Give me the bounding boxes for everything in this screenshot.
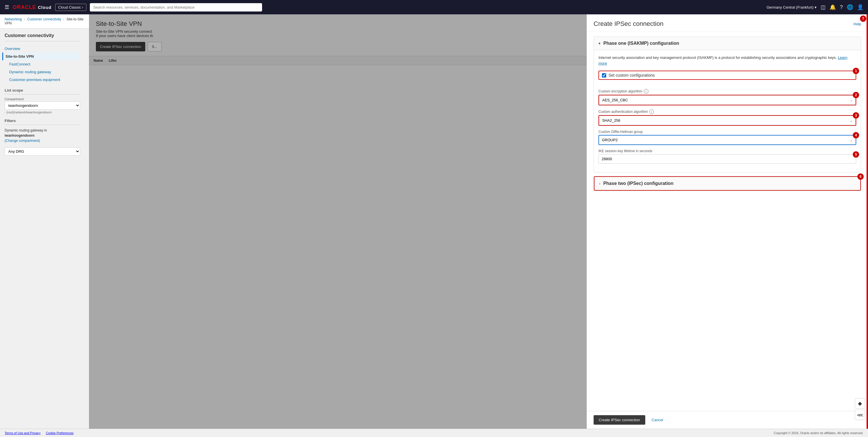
oracle-logo: ORACLE Cloud xyxy=(12,4,52,10)
sidebar-item-dynamic-routing-gateway[interactable]: Dynamic routing gateway xyxy=(5,68,80,76)
dh-field-wrapper: GROUP2 ⌄ 4 xyxy=(598,135,856,145)
encryption-form-group: Custom encryption algorithm i AES_256_CB… xyxy=(598,89,856,105)
bottom-bar: Terms of Use and Privacy Cookie Preferen… xyxy=(0,429,868,437)
dh-select-wrapper: GROUP2 ⌄ xyxy=(599,135,856,145)
left-panel: Networking › Customer connectivity › Sit… xyxy=(0,14,89,429)
sidebar-item-overview[interactable]: Overview xyxy=(5,45,80,53)
breadcrumb-customer-connectivity[interactable]: Customer connectivity xyxy=(27,17,61,21)
content-area: Networking › Customer connectivity › Sit… xyxy=(0,14,868,429)
set-custom-checkbox[interactable] xyxy=(602,73,606,77)
create-ipsec-button[interactable]: Create IPSec connection xyxy=(594,415,645,425)
nav-right: Germany Central (Frankfurt) ▾ ◫ 🔔 ? 🌐 👤 xyxy=(767,4,863,10)
dh-label: Custom Diffie-Hellman group xyxy=(598,130,856,134)
ike-input[interactable] xyxy=(598,154,856,164)
region-selector[interactable]: Germany Central (Frankfurt) ▾ xyxy=(767,5,817,9)
modal-title: Create IPSec connection xyxy=(594,20,663,28)
phase-two-header[interactable]: › Phase two (IPSec) configuration xyxy=(594,177,860,190)
support-grid-icon[interactable]: ⋘ xyxy=(855,410,865,420)
globe-icon[interactable]: 🌐 xyxy=(847,4,853,10)
auth-field-wrapper: SHA2_256 ⌄ 3 xyxy=(598,115,856,126)
auth-select[interactable]: SHA2_256 xyxy=(599,116,856,125)
encryption-info-icon[interactable]: i xyxy=(644,89,648,94)
search-input[interactable] xyxy=(90,3,262,11)
modal-panel: 7 Create IPSec connection Help ▾ Phase o… xyxy=(587,14,868,429)
encryption-select[interactable]: AES_256_CBC xyxy=(599,95,856,105)
filters-title: Filters xyxy=(5,119,80,123)
change-compartment-link[interactable]: (Change compartment) xyxy=(5,139,40,143)
dh-select[interactable]: GROUP2 xyxy=(599,135,856,145)
cookie-link[interactable]: Cookie Preferences xyxy=(46,431,74,435)
phase-two-title: Phase two (IPSec) configuration xyxy=(603,181,673,186)
sidebar-item-fastconnect[interactable]: FastConnect xyxy=(5,60,80,68)
phase-one-title: Phase one (ISAKMP) configuration xyxy=(603,41,679,46)
badge-7: 7 xyxy=(860,15,866,22)
sidebar-item-customer-premises[interactable]: Customer-premises equipment xyxy=(5,76,80,84)
modal-header: Create IPSec connection Help xyxy=(587,14,868,32)
dh-form-group: Custom Diffie-Hellman group GROUP2 xyxy=(598,130,856,145)
phase-one-header[interactable]: ▾ Phase one (ISAKMP) configuration xyxy=(594,37,861,50)
compartment-path: · (root)/network/iwanhoogendoorn xyxy=(5,111,80,114)
ike-form-group: IKE session key lifetime in seconds 5 xyxy=(598,149,856,164)
modal-footer: Create IPSec connection Cancel xyxy=(587,411,868,429)
sidebar-title: Customer connectivity xyxy=(5,33,80,38)
support-icon[interactable]: ◆ xyxy=(855,398,865,409)
modal-body: ▾ Phase one (ISAKMP) configuration Inter… xyxy=(587,32,868,411)
phase-two-annotation: › Phase two (IPSec) configuration xyxy=(594,176,861,191)
menu-icon[interactable]: ☰ xyxy=(5,4,9,10)
cancel-button[interactable]: Cancel xyxy=(649,415,666,425)
badge-4: 4 xyxy=(853,132,859,138)
phase-two-section: › Phase two (IPSec) configuration 6 xyxy=(594,176,861,191)
terms-link[interactable]: Terms of Use and Privacy xyxy=(5,431,40,435)
modal-help-link[interactable]: Help xyxy=(854,22,861,26)
bell-icon[interactable]: 🔔 xyxy=(830,4,836,10)
oracle-text: ORACLE xyxy=(12,4,36,10)
badge-5: 5 xyxy=(853,151,859,158)
filters-divider xyxy=(5,125,80,125)
phase-two-chevron-icon: › xyxy=(599,181,600,186)
compartment-label: Compartment xyxy=(5,97,80,101)
set-custom-label: Set custom configurations xyxy=(609,73,655,77)
phase-one-chevron-icon: ▾ xyxy=(598,41,600,45)
badge-1: 1 xyxy=(853,68,859,74)
user-icon[interactable]: 👤 xyxy=(857,4,863,10)
monitor-icon[interactable]: ◫ xyxy=(820,4,826,10)
badge-6: 6 xyxy=(857,174,864,180)
encryption-label: Custom encryption algorithm i xyxy=(598,89,856,94)
filters-section: Filters Dynamic routing gateway in iwanh… xyxy=(5,119,80,156)
auth-form-group: Custom authentication algorithm i SHA2_2… xyxy=(598,110,856,126)
modal-overlay: 7 Create IPSec connection Help ▾ Phase o… xyxy=(89,14,868,429)
help-icon[interactable]: ? xyxy=(840,4,843,10)
footer-left: Terms of Use and Privacy Cookie Preferen… xyxy=(5,431,73,435)
drg-info: Dynamic routing gateway in iwanhoogendoo… xyxy=(5,128,80,143)
sidebar-nav: Overview Site-to-Site VPN FastConnect Dy… xyxy=(5,45,80,84)
list-scope-title: List scope xyxy=(5,88,80,92)
set-custom-config-row: Set custom configurations 1 xyxy=(598,71,856,80)
compartment-select[interactable]: iwanhoogendoorn xyxy=(5,101,80,110)
sidebar: Customer connectivity Overview Site-to-S… xyxy=(0,28,85,160)
breadcrumb-networking[interactable]: Networking xyxy=(5,17,22,21)
ike-field-wrapper: 5 xyxy=(598,154,856,164)
encryption-select-wrapper: AES_256_CBC ⌄ xyxy=(599,95,856,105)
phase-one-section: ▾ Phase one (ISAKMP) configuration Inter… xyxy=(594,36,861,173)
phase-one-desc: Internet security association and key ma… xyxy=(598,55,856,66)
phase-one-body: Internet security association and key ma… xyxy=(594,50,861,172)
encryption-field-wrapper: AES_256_CBC ⌄ 2 xyxy=(598,95,856,105)
cloud-classic-button[interactable]: Cloud Classic › xyxy=(55,4,86,11)
red-side-annotation xyxy=(867,14,868,429)
auth-select-wrapper: SHA2_256 ⌄ xyxy=(599,116,856,125)
phase-two-wrapper: › Phase two (IPSec) configuration 6 xyxy=(594,176,861,191)
sidebar-divider xyxy=(5,41,80,41)
sidebar-item-site-to-site-vpn[interactable]: Site-to-Site VPN xyxy=(2,53,80,60)
footer-right: Copyright © 2024, Oracle and/or its affi… xyxy=(774,431,863,435)
drg-select[interactable]: Any DRG xyxy=(5,147,80,156)
auth-info-icon[interactable]: i xyxy=(649,110,654,114)
breadcrumb: Networking › Customer connectivity › Sit… xyxy=(0,14,89,28)
main-content: Site-to-Site VPN Site-to-Site VPN secure… xyxy=(89,14,868,429)
badge-3: 3 xyxy=(853,112,859,119)
ike-label: IKE session key lifetime in seconds xyxy=(598,149,856,153)
badge-2: 2 xyxy=(853,92,859,98)
auth-label: Custom authentication algorithm i xyxy=(598,110,856,114)
cloud-text: Cloud xyxy=(38,5,52,10)
top-navigation: ☰ ORACLE Cloud Cloud Classic › Germany C… xyxy=(0,0,868,14)
